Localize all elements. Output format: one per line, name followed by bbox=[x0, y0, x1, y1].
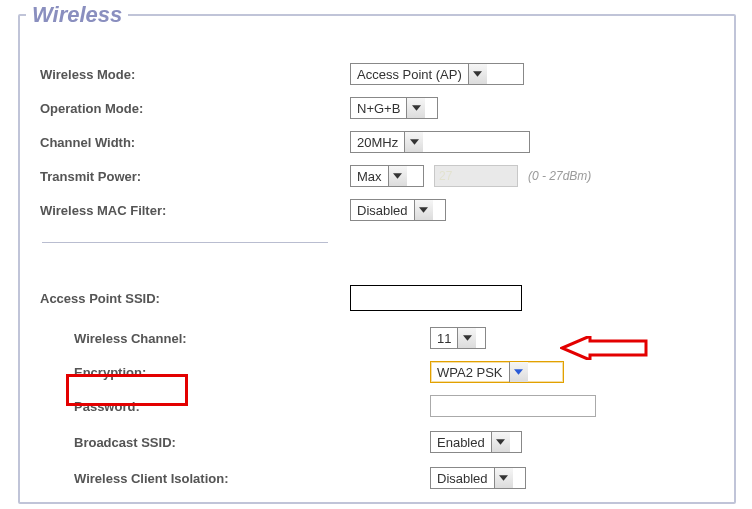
operation-mode-select[interactable]: N+G+B bbox=[350, 97, 438, 119]
encryption-value: WPA2 PSK bbox=[431, 365, 509, 380]
channel-width-select[interactable]: 20MHz bbox=[350, 131, 530, 153]
transmit-power-hint: (0 - 27dBm) bbox=[528, 169, 591, 183]
wireless-legend: Wireless bbox=[26, 2, 128, 28]
channel-width-value: 20MHz bbox=[351, 135, 404, 150]
chevron-down-icon bbox=[457, 328, 476, 348]
wireless-mode-value: Access Point (AP) bbox=[351, 67, 468, 82]
operation-mode-label: Operation Mode: bbox=[40, 101, 350, 116]
mac-filter-label: Wireless MAC Filter: bbox=[40, 203, 350, 218]
section-divider bbox=[42, 242, 328, 243]
transmit-power-dbm-input: 27 bbox=[434, 165, 518, 187]
chevron-down-icon bbox=[388, 166, 407, 186]
mac-filter-select[interactable]: Disabled bbox=[350, 199, 446, 221]
wireless-mode-select[interactable]: Access Point (AP) bbox=[350, 63, 524, 85]
wireless-mode-label: Wireless Mode: bbox=[40, 67, 350, 82]
chevron-down-icon bbox=[406, 98, 425, 118]
ap-ssid-label: Access Point SSID: bbox=[40, 291, 350, 306]
transmit-power-select[interactable]: Max bbox=[350, 165, 424, 187]
client-isolation-value: Disabled bbox=[431, 471, 494, 486]
chevron-down-icon bbox=[414, 200, 433, 220]
encryption-label: Encryption: bbox=[40, 365, 424, 380]
broadcast-ssid-label: Broadcast SSID: bbox=[40, 435, 424, 450]
transmit-power-value: Max bbox=[351, 169, 388, 184]
broadcast-ssid-value: Enabled bbox=[431, 435, 491, 450]
ap-ssid-input[interactable] bbox=[350, 285, 522, 311]
operation-mode-value: N+G+B bbox=[351, 101, 406, 116]
encryption-select[interactable]: WPA2 PSK bbox=[430, 361, 564, 383]
transmit-power-dbm-value: 27 bbox=[439, 169, 452, 183]
wireless-channel-value: 11 bbox=[431, 331, 457, 346]
password-label: Password: bbox=[40, 399, 424, 414]
channel-width-label: Channel Width: bbox=[40, 135, 350, 150]
broadcast-ssid-select[interactable]: Enabled bbox=[430, 431, 522, 453]
transmit-power-label: Transmit Power: bbox=[40, 169, 350, 184]
wireless-channel-label: Wireless Channel: bbox=[40, 331, 424, 346]
client-isolation-label: Wireless Client Isolation: bbox=[40, 471, 424, 486]
wireless-channel-select[interactable]: 11 bbox=[430, 327, 486, 349]
client-isolation-select[interactable]: Disabled bbox=[430, 467, 526, 489]
chevron-down-icon bbox=[491, 432, 510, 452]
chevron-down-icon bbox=[468, 64, 487, 84]
chevron-down-icon bbox=[509, 362, 528, 382]
wireless-fieldset: Wireless Wireless Mode: Access Point (AP… bbox=[18, 2, 736, 504]
chevron-down-icon bbox=[404, 132, 423, 152]
mac-filter-value: Disabled bbox=[351, 203, 414, 218]
chevron-down-icon bbox=[494, 468, 513, 488]
password-input[interactable] bbox=[430, 395, 596, 417]
